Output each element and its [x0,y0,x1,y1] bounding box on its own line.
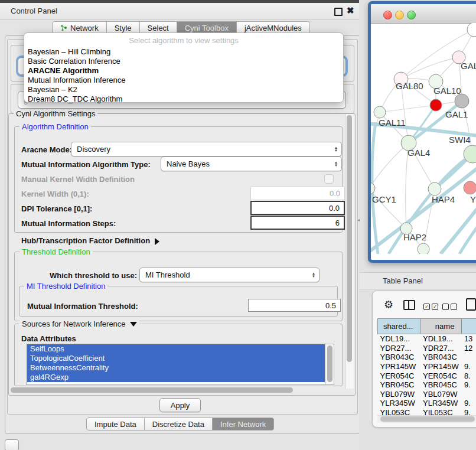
control-panel-titlebar: Control Panel ✖ [0,3,365,19]
algorithm-option[interactable]: Mutual Information Inference [28,76,343,85]
table-row[interactable]: YDR27...YDR27...12 [378,344,476,353]
network-node-label: HAP4 [432,194,455,204]
algorithm-option[interactable]: Dream8 DC_TDC Algorithm [28,94,343,104]
network-node-y[interactable] [464,181,476,194]
network-node-label: Y [470,194,476,204]
which-threshold-combobox[interactable]: MI Threshold ▲▼ [139,268,319,282]
network-node-gal11[interactable] [374,106,386,118]
dpi-tolerance-field[interactable]: 0.0 [250,201,345,215]
table-cell: YLR345W [420,399,462,408]
zoom-traffic-light-icon[interactable] [407,11,416,19]
dpi-tolerance-label: DPI Tolerance [0,1]: [21,204,92,213]
apply-button-label: Apply [171,401,190,410]
network-node[interactable] [418,243,429,254]
tab-infer-network[interactable]: Infer Network [212,418,274,431]
mi-type-combobox[interactable]: Naive Bayes ▲▼ [161,156,342,171]
scrollbar-thumb[interactable] [380,416,475,422]
column-header[interactable] [462,319,476,334]
table-cell: 9. [462,399,476,408]
combo-arrows-icon: ▲▼ [334,146,338,152]
column-header[interactable]: shared... [378,319,420,334]
mi-threshold-label: Mutual Information Threshold: [27,302,138,311]
network-node-label: GAL80 [396,81,423,91]
table-row[interactable]: YBR043CYBR043C [378,353,476,362]
float-window-icon[interactable] [334,8,343,16]
gear-icon[interactable]: ⚙ [384,298,393,311]
table-row[interactable]: YBR045CYBR045C9. [378,380,476,390]
settings-horizontal-scrollbar[interactable] [9,387,345,393]
data-attribute-item[interactable]: SelfLoops [27,344,325,354]
table-cell [462,353,476,362]
table-cell: 9. [462,380,476,390]
dpi-tolerance-value: 0.0 [329,204,340,213]
algorithm-option[interactable]: Bayesian – Hill Climbing [28,47,343,57]
data-attribute-item[interactable]: BetweennessCentrality [27,363,325,373]
network-window-titlebar[interactable] [371,4,476,24]
node-attribute-table[interactable]: shared...nameYDL19...YDL19...13YDR27...Y… [377,318,476,417]
dropdown-placeholder: Select algorithm to view settings [24,36,343,45]
algorithm-options-list: Bayesian – Hill ClimbingBasic Correlatio… [24,47,343,104]
scrollbar-thumb[interactable] [327,345,332,382]
mi-threshold-field[interactable]: 0.5 [248,299,341,312]
sources-group-title[interactable]: Sources for Network Inference [19,319,139,328]
scrollbar-thumb[interactable] [347,115,352,362]
network-node-gal1[interactable] [430,99,442,111]
hub-definition-toggle[interactable]: Hub/Transcription Factor Definition [21,236,159,245]
manual-kernel-checkbox[interactable] [324,174,334,184]
split-columns-icon[interactable] [403,300,415,310]
tab-label: Impute Data [94,420,136,429]
network-node[interactable] [455,94,469,108]
network-node-gcy1[interactable] [371,182,375,194]
data-attribute-item[interactable]: TopologicalCoefficient [27,354,325,363]
settings-vertical-scrollbar[interactable] [345,114,354,389]
table-cell: YLR345W [378,399,420,408]
close-traffic-light-icon[interactable] [383,11,392,19]
network-node-hap4[interactable] [428,182,441,195]
panel-resize-grip[interactable]: ◂ [357,217,361,223]
table-row[interactable]: YER054CYER054C8. [378,371,476,380]
data-attributes-label: Data Attributes [21,334,76,343]
aracne-mode-combobox[interactable]: Discovery ▲▼ [71,142,342,156]
table-row[interactable]: YLR345WYLR345W9. [378,399,476,408]
table-cell: YBR043C [420,353,462,362]
document-icon[interactable] [466,298,476,311]
tab-impute-data[interactable]: Impute Data [86,418,145,431]
table-cell: 9. [462,362,476,371]
algorithm-option[interactable]: Basic Correlation Inference [28,57,343,66]
network-canvas[interactable]: GALGAL80GAL10GAL1GAL11SWI4GAL4GCY1HAP4YH… [371,23,476,254]
tab-label: Cyni Toolbox [185,24,229,32]
attributes-list-scrollbar[interactable] [325,344,334,384]
partial-toolbar-button[interactable] [5,439,19,450]
mi-type-value: Naive Bayes [167,159,210,168]
close-icon[interactable]: ✖ [347,5,354,16]
table-cell: 8. [462,371,476,380]
select-all-checkboxes-icon[interactable]: ✓✓ [423,301,440,312]
algorithm-option[interactable]: ARACNE Algorithm [28,66,343,76]
deselect-all-checkboxes-icon[interactable] [442,301,459,312]
tab-label: Style [115,24,132,32]
algorithm-option[interactable]: Bayesian – K2 [28,85,343,94]
scrollbar-thumb[interactable] [11,387,293,393]
table-cell: YER054C [420,371,462,380]
apply-button[interactable]: Apply [159,398,201,412]
tab-discretize-data[interactable]: Discretize Data [144,418,213,431]
data-attributes-list[interactable]: SelfLoopsTopologicalCoefficientBetweenne… [26,344,334,385]
table-cell: YPR145W [420,362,462,371]
data-attribute-item[interactable]: gal4RGexp [27,373,325,382]
column-header[interactable]: name [420,319,462,334]
network-node-label: GAL10 [433,86,461,96]
table-row[interactable]: YBL079WYBL079W [378,390,476,399]
table-cell: YPR145W [378,362,420,371]
table-row[interactable]: YDL19...YDL19...13 [378,334,476,344]
minimize-traffic-light-icon[interactable] [395,11,404,19]
table-row[interactable]: YPR145WYPR145W9. [378,362,476,371]
table-horizontal-scrollbar[interactable] [377,415,476,423]
tab-label: Discretize Data [152,420,204,429]
network-view-window[interactable]: GALGAL80GAL10GAL1GAL11SWI4GAL4GCY1HAP4YH… [368,1,476,263]
mi-steps-field[interactable]: 6 [250,216,345,230]
manual-kernel-label: Manual Kernel Width Definition [21,175,135,184]
network-node[interactable] [467,23,476,37]
kernel-width-field[interactable]: 0.0 [250,187,345,200]
table-cell: YBR045C [378,380,420,390]
table-cell: YBR043C [378,353,420,362]
